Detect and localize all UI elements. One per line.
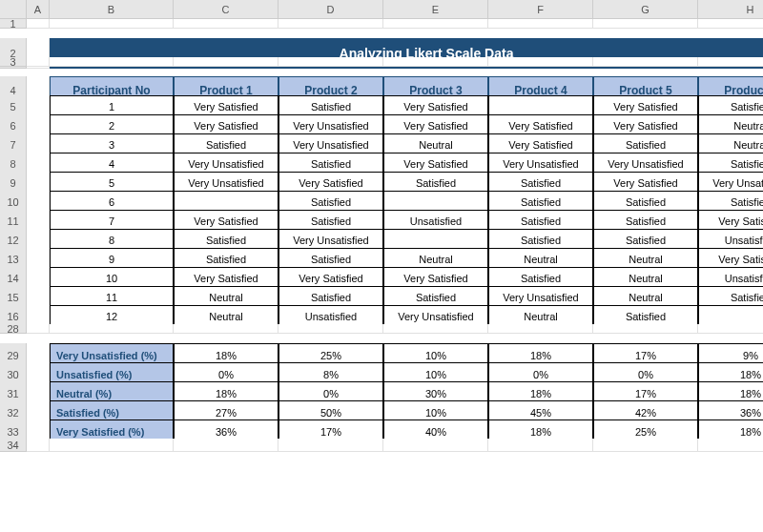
cell-blank [50,19,174,29]
col-header-G[interactable]: G [593,0,698,19]
cell-blank [174,57,278,67]
cell-blank [278,57,383,67]
cell-blank [278,324,383,334]
cell-blank [278,19,383,29]
col-header-B[interactable]: B [50,0,174,19]
cell-blank [593,324,698,334]
row-header-1[interactable]: 1 [0,19,27,29]
cell-blank [593,57,698,67]
cell-blank [27,324,50,334]
cell-blank [698,19,763,29]
cell-blank [488,324,593,334]
col-header-H[interactable]: H [698,0,763,19]
cell-blank [50,57,174,67]
row-header-28[interactable]: 28 [0,324,27,334]
col-header-E[interactable]: E [383,0,488,19]
cell-blank [488,57,593,67]
cell-blank [383,19,488,29]
col-header-D[interactable]: D [278,0,383,19]
cell-blank [174,439,278,452]
col-header-C[interactable]: C [174,0,278,19]
cell-blank [27,19,50,29]
row-header-3[interactable]: 3 [0,57,27,67]
cell-blank [593,19,698,29]
cell-blank [383,324,488,334]
cell-blank [593,439,698,452]
row-header-34[interactable]: 34 [0,439,27,452]
cell-blank [488,439,593,452]
cell-blank [698,324,763,334]
cell-blank [698,57,763,67]
cell-blank [27,439,50,452]
cell-blank [50,439,174,452]
col-header-A[interactable]: A [27,0,50,19]
cell-blank [174,19,278,29]
cell-blank [488,19,593,29]
cell-blank [278,439,383,452]
col-header-F[interactable]: F [488,0,593,19]
select-all-corner[interactable] [0,0,27,19]
cell-blank [50,324,174,334]
cell-blank [383,57,488,67]
cell-blank [698,439,763,452]
cell-blank [383,439,488,452]
cell-blank [27,57,50,67]
spreadsheet-grid[interactable]: ABCDEFGH12Analyzing Likert Scale Data34P… [0,0,763,458]
cell-blank [174,324,278,334]
